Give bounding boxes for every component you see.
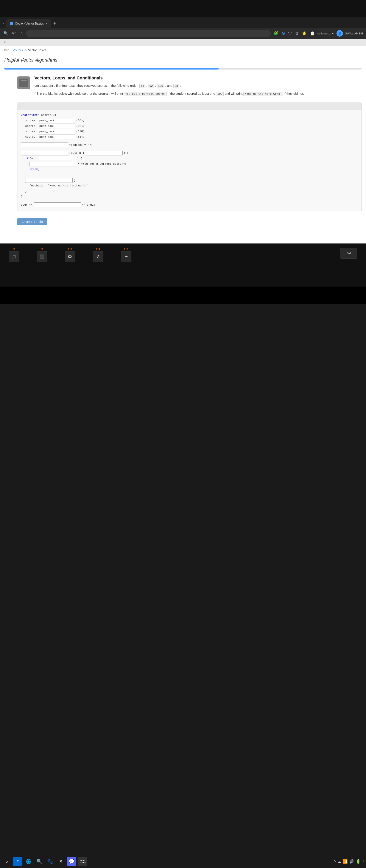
score-92: 92	[148, 84, 154, 88]
taskbar-browser[interactable]: 🌐	[24, 857, 33, 866]
taskbar-wifi[interactable]: 📶	[343, 859, 348, 864]
font-size-icon[interactable]: A⁺	[11, 30, 17, 37]
browser-tab[interactable]: C Codio - Vector Basics ×	[6, 19, 51, 28]
taskbar-music[interactable]: ♪	[2, 857, 11, 866]
progress-bar-container	[4, 68, 362, 69]
print-text1: You got a perfect score!	[124, 92, 167, 96]
taskbar-x[interactable]: ✕	[56, 857, 65, 866]
bookmark-icon[interactable]: ☆	[19, 30, 24, 37]
score-68: 68	[139, 84, 145, 88]
tab-close-button[interactable]: ×	[46, 22, 47, 25]
split-view-icon[interactable]: ⧉	[295, 30, 299, 37]
problem-text-area: Vectors, Loops, and Conditionals On a st…	[34, 75, 304, 99]
input-if-val[interactable]	[39, 156, 76, 161]
taskbar-code[interactable]: //	[13, 857, 22, 866]
fn-key-box-del[interactable]: Del	[340, 248, 357, 258]
fn-key-f8: F8 🎵	[9, 248, 19, 262]
search-icon[interactable]: 🔍	[3, 30, 9, 37]
breadcrumb-vectors[interactable]: Vectors	[13, 49, 23, 52]
toolbar-actions: 🧩 G 🛡 ⧉ ⭐ 📋	[273, 30, 316, 37]
code-vector-decl: vector<int> scores(0);	[21, 113, 58, 118]
fn-key-box-f11[interactable]: Z	[93, 251, 104, 262]
tab-favicon: C	[10, 22, 13, 25]
taskbar-paw[interactable]: 🐾	[45, 857, 55, 866]
condition-val: 100	[216, 92, 224, 96]
code-line-assign-perfect: = "You got a perfect score!";	[21, 161, 358, 166]
fn-label-f11: F11	[96, 248, 100, 250]
close-page-button[interactable]: ×	[3, 40, 7, 45]
profile-area: onfigure.... ▼ 👤 SWILLIAMS48	[317, 30, 363, 37]
input-push-back-3[interactable]	[38, 129, 76, 134]
collections-icon[interactable]: 📋	[309, 30, 316, 37]
browser-chrome: × C Codio - Vector Basics × + 🔍 A⁺ ☆ 🧩 G…	[0, 17, 366, 39]
score-100: 100	[157, 84, 164, 88]
check-button[interactable]: Check It! (1 left)	[17, 218, 47, 225]
breadcrumb-sep1: ›	[10, 49, 11, 52]
page-title: Helpful Vector Algorithms	[0, 54, 366, 66]
fn-key-f10: F10 🖼	[65, 248, 76, 262]
input-push-back-1[interactable]	[38, 118, 76, 123]
input-else-keyword[interactable]	[25, 178, 73, 183]
taskbar-epic[interactable]: EPICGAMES	[78, 857, 87, 866]
input-push-back-2[interactable]	[38, 124, 76, 128]
configure-label: onfigure....	[317, 32, 331, 35]
browser-toolbar: 🔍 A⁺ ☆ 🧩 G 🛡 ⧉ ⭐ 📋 onfigure.... ▼ 👤 SWIL…	[0, 28, 366, 39]
tab-bar: × C Codio - Vector Basics × +	[0, 17, 366, 28]
problem-description-1: On a student's first four tests, they re…	[34, 83, 304, 89]
input-cout-var[interactable]	[34, 203, 81, 207]
editor-menu-icon[interactable]: ☰	[19, 103, 22, 109]
input-feedback-type[interactable]	[21, 143, 68, 147]
taskbar: ♪ // 🌐 🔍 🐾 ✕ 💬 EPICGAMES ^ ☁ 📶 🔊 🔋 2	[0, 855, 366, 868]
top-black-bar	[0, 0, 366, 17]
code-line-for: (auto a : ) {	[21, 151, 358, 155]
shield-icon[interactable]: 🛡	[287, 30, 293, 37]
input-assign-perfect[interactable]	[29, 162, 77, 166]
dropdown-arrow: ▼	[332, 32, 334, 35]
favorites-icon[interactable]: ⭐	[301, 30, 307, 37]
fn-key-box-f12[interactable]: ✈	[121, 251, 132, 262]
input-push-back-4[interactable]	[38, 134, 76, 139]
code-line-4: scores. (100);	[21, 129, 358, 134]
taskbar-battery[interactable]: 🔋	[356, 859, 361, 864]
username-label: SWILLIAMS48	[345, 32, 363, 35]
code-line-close-else: }	[21, 189, 358, 194]
tab-close-left[interactable]: ×	[0, 21, 6, 26]
code-line-1: vector<int> scores(0);	[21, 113, 358, 118]
page-header-bar: ×	[0, 39, 366, 46]
fn-key-f9: F9 ⬛	[37, 248, 47, 262]
configure-dropdown[interactable]: onfigure.... ▼	[317, 32, 334, 35]
problem-header: Vectors, Loops, and Conditionals On a st…	[17, 75, 362, 99]
extensions-icon[interactable]: 🧩	[273, 30, 279, 37]
new-tab-button[interactable]: +	[51, 20, 58, 27]
code-line-break: break;	[21, 167, 358, 172]
google-icon[interactable]: G	[281, 30, 286, 37]
code-line-close-if: }	[21, 173, 358, 177]
code-editor-header: ☰	[18, 103, 362, 110]
fn-key-box-f8[interactable]: 🎵	[9, 251, 19, 262]
score-88: 88	[173, 84, 179, 88]
input-for-collection[interactable]	[85, 151, 122, 155]
taskbar-right: ^ ☁ 📶 🔊 🔋 2	[334, 859, 364, 864]
taskbar-files[interactable]: 🔍	[34, 857, 44, 866]
fn-key-box-f9[interactable]: ⬛	[37, 251, 47, 262]
progress-bar-fill	[4, 68, 219, 69]
address-bar[interactable]	[26, 30, 271, 37]
code-line-if: if (a == ) {	[21, 156, 358, 161]
fn-key-del: Del	[340, 248, 357, 258]
code-editor: ☰ vector<int> scores(0); scores. (68); s…	[17, 102, 362, 211]
code-line-cout: cout << << endl;	[21, 203, 358, 207]
taskbar-volume[interactable]: 🔊	[349, 859, 354, 864]
taskbar-discord[interactable]: 💬	[67, 857, 76, 866]
taskbar-cloud[interactable]: ☁	[337, 859, 341, 864]
main-content: Vectors, Loops, and Conditionals On a st…	[0, 71, 366, 244]
code-line-keepup: feedback = "Keep up the hard work!";	[21, 183, 358, 188]
taskbar-up-arrow[interactable]: ^	[334, 859, 336, 864]
input-for-keyword[interactable]	[21, 151, 68, 155]
fn-key-box-f10[interactable]: 🖼	[65, 251, 76, 262]
code-line-3: scores. (92);	[21, 124, 358, 128]
code-line-5: scores. (88);	[21, 134, 358, 139]
profile-button[interactable]: 👤	[337, 30, 343, 37]
progress-area	[0, 66, 366, 71]
fn-label-f9: F9	[41, 248, 44, 250]
bottom-black	[0, 286, 366, 304]
